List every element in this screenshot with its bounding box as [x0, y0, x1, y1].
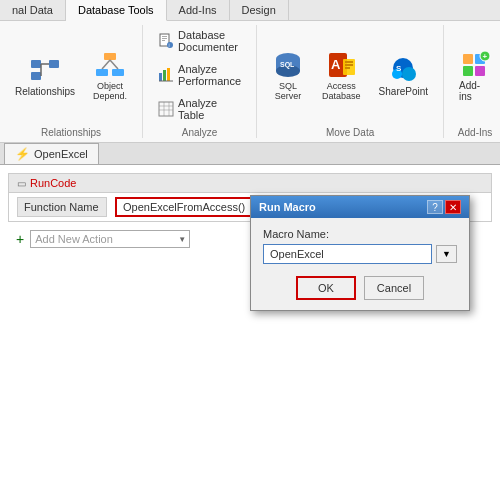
move-data-items: SQL SQLServer A [265, 25, 435, 125]
svg-text:SQL: SQL [280, 61, 295, 69]
sql-server-label: SQLServer [275, 81, 302, 101]
sharepoint-label: SharePoint [379, 86, 428, 97]
relationships-group-label: Relationships [41, 127, 101, 138]
relationships-items: Relationships ObjectDepend. [8, 25, 134, 125]
dialog-button-row: OK Cancel [263, 276, 457, 300]
ribbon-group-relationships: Relationships ObjectDepend. [0, 25, 143, 138]
ribbon-group-analyze: i Database Documenter [143, 25, 257, 138]
svg-text:i: i [169, 42, 170, 48]
svg-rect-33 [345, 61, 353, 63]
tab-icon: ⚡ [15, 147, 30, 161]
svg-point-37 [402, 67, 416, 81]
add-ins-label: Add-ins [459, 80, 491, 102]
ribbon-content: Relationships ObjectDepend. [0, 21, 500, 142]
svg-rect-6 [104, 53, 116, 60]
run-macro-dialog-overlay: Run Macro ? ✕ Macro Name: ▼ OK Cancel [250, 195, 470, 311]
macro-name-dropdown[interactable]: ▼ [436, 245, 457, 263]
relationships-button[interactable]: Relationships [8, 51, 82, 100]
svg-rect-35 [345, 67, 350, 69]
object-dependencies-icon [94, 49, 126, 81]
svg-rect-18 [163, 70, 166, 81]
cancel-button[interactable]: Cancel [364, 276, 424, 300]
tab-add-ins[interactable]: Add-Ins [167, 0, 230, 20]
sql-server-button[interactable]: SQL SQLServer [265, 46, 311, 104]
svg-rect-0 [31, 60, 41, 68]
dialog-body: Macro Name: ▼ OK Cancel [251, 218, 469, 310]
add-ins-items: + Add-ins [452, 25, 498, 125]
ribbon-group-move-data: SQL SQLServer A [257, 25, 444, 138]
access-database-button[interactable]: A AccessDatabase [315, 46, 368, 104]
svg-rect-13 [162, 38, 167, 39]
add-ins-group-label: Add-Ins [458, 127, 492, 138]
svg-text:+: + [483, 52, 488, 61]
macro-name-input[interactable] [263, 244, 432, 264]
svg-rect-42 [463, 66, 473, 76]
macro-name-row: ▼ [263, 244, 457, 264]
svg-rect-12 [162, 36, 167, 37]
analyze-group-label: Analyze [182, 127, 218, 138]
add-action-icon[interactable]: + [16, 231, 24, 247]
function-name-label: Function Name [17, 197, 107, 217]
svg-rect-19 [167, 68, 170, 81]
analyze-table-button[interactable]: Analyze Table [151, 93, 248, 125]
ribbon-group-add-ins: + Add-ins Add-Ins [444, 25, 500, 138]
svg-rect-40 [463, 54, 473, 64]
database-documenter-icon: i [158, 33, 174, 49]
analyze-btns: i Database Documenter [151, 25, 248, 125]
svg-line-9 [102, 60, 110, 69]
svg-rect-34 [345, 64, 353, 66]
analyze-performance-button[interactable]: Analyze Performance [151, 59, 248, 91]
open-excel-tab[interactable]: ⚡ OpenExcel [4, 143, 99, 164]
relationships-icon [29, 54, 61, 86]
add-ins-icon: + [459, 48, 491, 80]
svg-text:S: S [396, 64, 402, 73]
dialog-controls: ? ✕ [427, 200, 461, 214]
dialog-title: Run Macro [259, 201, 316, 213]
analyze-table-icon [158, 101, 174, 117]
relationships-label: Relationships [15, 86, 75, 97]
analyze-perf-label: Analyze Performance [178, 63, 241, 87]
access-database-label: AccessDatabase [322, 81, 361, 101]
tab-database-tools[interactable]: Database Tools [66, 0, 167, 21]
analyze-perf-icon [158, 67, 174, 83]
move-data-group-label: Move Data [326, 127, 374, 138]
section-title: RunCode [30, 177, 76, 189]
add-ins-button[interactable]: + Add-ins [452, 45, 498, 105]
add-action-wrapper: Add New Action [30, 230, 190, 248]
analyze-table-label: Analyze Table [178, 97, 241, 121]
database-documenter-button[interactable]: i Database Documenter [151, 25, 248, 57]
dialog-close-button[interactable]: ✕ [445, 200, 461, 214]
run-macro-dialog: Run Macro ? ✕ Macro Name: ▼ OK Cancel [250, 195, 470, 311]
tab-external-data[interactable]: nal Data [0, 0, 66, 20]
svg-rect-2 [31, 72, 41, 80]
tab-design[interactable]: Design [230, 0, 289, 20]
svg-rect-43 [475, 66, 485, 76]
dialog-titlebar: Run Macro ? ✕ [251, 196, 469, 218]
macro-name-label: Macro Name: [263, 228, 457, 240]
access-database-icon: A [325, 49, 357, 81]
sharepoint-icon: S [387, 54, 419, 86]
document-tabs: ⚡ OpenExcel [0, 143, 500, 165]
svg-rect-14 [162, 40, 165, 41]
sharepoint-button[interactable]: S SharePoint [372, 51, 435, 100]
ribbon-tab-bar: nal Data Database Tools Add-Ins Design [0, 0, 500, 21]
svg-rect-1 [49, 60, 59, 68]
object-dependencies-button[interactable]: ObjectDepend. [86, 46, 134, 104]
dialog-help-button[interactable]: ? [427, 200, 443, 214]
analyze-items: i Database Documenter [151, 25, 248, 125]
svg-text:A: A [331, 57, 341, 72]
svg-line-10 [110, 60, 118, 69]
svg-rect-17 [159, 73, 162, 81]
object-dep-label: ObjectDepend. [93, 81, 127, 101]
svg-rect-21 [159, 102, 173, 116]
tab-label: OpenExcel [34, 148, 88, 160]
add-action-select[interactable]: Add New Action [30, 230, 190, 248]
svg-rect-8 [112, 69, 124, 76]
runcode-header: ▭ RunCode [9, 174, 491, 193]
ribbon: nal Data Database Tools Add-Ins Design [0, 0, 500, 143]
sql-server-icon: SQL [272, 49, 304, 81]
collapse-icon[interactable]: ▭ [17, 178, 26, 189]
main-content: ▭ RunCode Function Name OpenExcelFromAcc… [0, 165, 500, 500]
database-documenter-label: Database Documenter [178, 29, 241, 53]
ok-button[interactable]: OK [296, 276, 356, 300]
